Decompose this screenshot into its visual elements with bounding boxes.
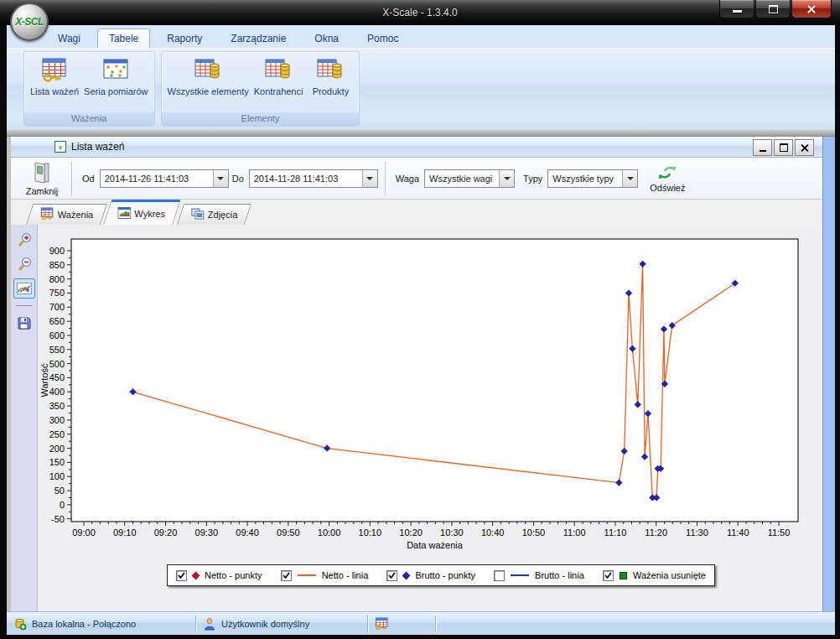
xscale-icon: X: [54, 141, 66, 153]
svg-text:600: 600: [49, 330, 65, 340]
legend-item: Ważenia usunięte: [603, 570, 706, 581]
legend-checkbox[interactable]: [176, 570, 187, 581]
svg-text:09:00: 09:00: [72, 527, 96, 538]
minimize-button[interactable]: [719, 0, 754, 18]
svg-text:10:50: 10:50: [522, 527, 546, 538]
child-close-button[interactable]: [795, 139, 814, 156]
menu-tab-raporty[interactable]: Raporty: [155, 29, 214, 48]
zoom-out-button[interactable]: [13, 254, 35, 274]
menu-tab-pomoc[interactable]: Pomoc: [355, 29, 410, 48]
waga-select[interactable]: Wszystkie wagi: [424, 169, 515, 188]
svg-text:250: 250: [49, 429, 65, 439]
chevron-down-icon[interactable]: [362, 170, 377, 187]
svg-text:11:40: 11:40: [727, 527, 749, 538]
refresh-button[interactable]: Odśwież: [650, 164, 685, 193]
table-key-small-icon: [375, 617, 389, 631]
legend-checkbox[interactable]: [603, 570, 614, 581]
menu-tab-zarządzanie[interactable]: Zarządzanie: [219, 29, 298, 48]
legend-item: Brutto - punkty: [386, 570, 475, 581]
minimize-icon: [733, 10, 742, 13]
do-datetime-input[interactable]: 2014-11-28 11:41:03: [249, 169, 378, 188]
chart-panel: 09:0009:1009:2009:3009:4009:5010:0010:10…: [38, 225, 822, 611]
zoom-in-button[interactable]: [13, 230, 35, 250]
maximize-button[interactable]: [755, 0, 791, 18]
status-section: Użytkownik domyślny: [196, 612, 367, 635]
svg-text:X: X: [59, 145, 62, 150]
status-bar: Baza lokalna - Połączono Użytkownik domy…: [7, 611, 835, 635]
table-db-icon: [194, 55, 222, 86]
app-logo-icon: X-SCL: [10, 3, 49, 41]
svg-text:10:20: 10:20: [399, 527, 423, 538]
photos-icon: [191, 208, 205, 221]
ribbon-button-kontrahenci[interactable]: Kontrahenci: [251, 55, 306, 98]
tab-ważenia[interactable]: Ważenia: [26, 204, 108, 225]
svg-text:09:10: 09:10: [113, 527, 137, 538]
chevron-down-icon[interactable]: [622, 170, 637, 187]
chevron-down-icon[interactable]: [213, 170, 228, 187]
minimize-icon: [760, 150, 766, 152]
save-button[interactable]: [13, 313, 35, 333]
svg-text:09:30: 09:30: [195, 527, 219, 538]
tab-zdjęcia[interactable]: Zdjęcia: [177, 204, 252, 225]
ribbon-group-label: Elementy: [162, 112, 360, 126]
svg-text:800: 800: [49, 274, 65, 284]
menu-tab-okna[interactable]: Okna: [303, 29, 350, 48]
legend-checkbox[interactable]: [281, 570, 292, 581]
svg-text:10:40: 10:40: [481, 527, 505, 538]
typy-select[interactable]: Wszystkie typy: [547, 169, 638, 188]
view-tab-bar: Ważenia Wykres Zdjęcia: [11, 200, 822, 225]
svg-text:09:20: 09:20: [154, 527, 178, 538]
menu-tab-tabele[interactable]: Tabele: [97, 29, 150, 48]
svg-text:150: 150: [49, 457, 65, 467]
zoom-out-icon: [16, 256, 33, 273]
door-icon: [31, 161, 53, 186]
chart-style-button[interactable]: [13, 278, 35, 299]
svg-text:11:30: 11:30: [686, 527, 708, 538]
title-bar[interactable]: X-Scale - 1.3.4.0: [0, 0, 840, 26]
od-label: Od: [82, 174, 95, 184]
ribbon-button-produkty[interactable]: Produkty: [305, 55, 355, 98]
chevron-down-icon[interactable]: [499, 170, 514, 187]
legend-checkbox[interactable]: [386, 570, 397, 581]
child-minimize-button[interactable]: [753, 139, 772, 156]
ribbon-group-ważenia: Lista ważeń Seria pomiarówWażenia: [23, 51, 155, 127]
svg-text:900: 900: [49, 246, 65, 256]
legend-item: Netto - linia: [281, 570, 369, 581]
app-window: X-Scale - 1.3.4.0 X-SCL WagiTabeleRaport…: [0, 0, 840, 639]
legend-square-symbol: [620, 572, 627, 579]
legend-checkbox[interactable]: [494, 570, 505, 581]
chart-small-icon: [118, 207, 132, 221]
menu-tab-wagi[interactable]: Wagi: [46, 29, 92, 48]
svg-text:500: 500: [49, 359, 65, 369]
typy-label: Typy: [523, 174, 542, 184]
ribbon-group-label: Ważenia: [24, 112, 154, 126]
svg-text:300: 300: [49, 415, 65, 425]
ribbon-button-seria-pomiarów[interactable]: Seria pomiarów: [81, 55, 150, 98]
zamknij-button[interactable]: Zamknij: [19, 161, 65, 196]
close-icon: [801, 144, 809, 152]
svg-text:11:10: 11:10: [604, 527, 627, 538]
svg-text:Data ważenia: Data ważenia: [407, 540, 464, 550]
od-datetime-input[interactable]: 2014-11-26 11:41:03: [100, 169, 229, 188]
chart-colors-icon: [17, 283, 32, 294]
database-icon: [13, 617, 27, 631]
maximize-icon: [780, 143, 788, 152]
legend-item: Netto - punkty: [176, 570, 262, 581]
svg-text:10:00: 10:00: [318, 527, 341, 538]
child-window-titlebar[interactable]: X Lista ważeń: [11, 137, 822, 158]
legend-line-symbol: [298, 574, 316, 576]
svg-text:650: 650: [49, 316, 65, 326]
ribbon-button-lista-ważeń[interactable]: Lista ważeń: [28, 55, 81, 98]
table-db-icon: [264, 55, 293, 86]
svg-text:09:40: 09:40: [236, 527, 259, 538]
child-maximize-button[interactable]: [774, 139, 793, 156]
ribbon-button-wszystkie-elementy[interactable]: Wszystkie elementy: [165, 55, 251, 98]
svg-text:0: 0: [60, 500, 65, 510]
zoom-in-icon: [16, 231, 33, 248]
chart-legend: Netto - punktyNetto - liniaBrutto - punk…: [167, 564, 715, 586]
do-label: Do: [232, 174, 244, 184]
table-key-icon: [40, 55, 69, 86]
close-button[interactable]: [791, 0, 832, 18]
tab-wykres[interactable]: Wykres: [104, 200, 181, 225]
table-key-small-icon: [40, 207, 54, 222]
